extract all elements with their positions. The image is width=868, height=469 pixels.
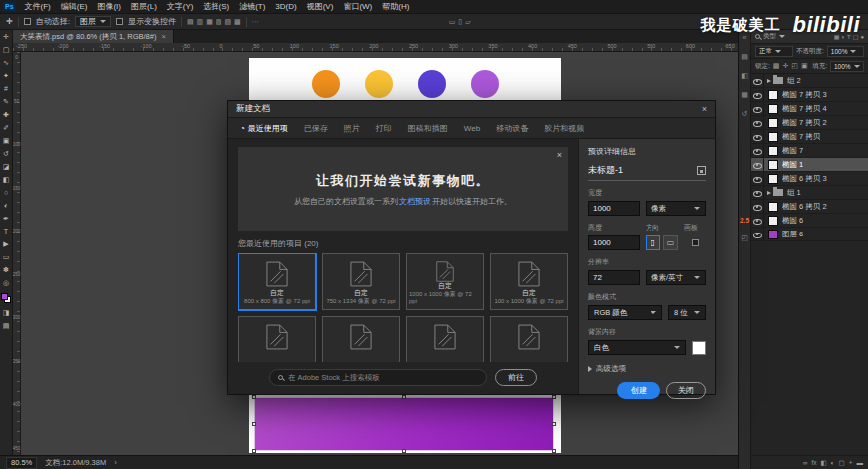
dialog-tab[interactable]: 打印: [368, 118, 400, 138]
dialog-tab[interactable]: 移动设备: [488, 118, 536, 138]
selection-handle[interactable]: [402, 395, 406, 399]
layer-row[interactable]: 椭圆 1: [751, 158, 868, 172]
color-mode-dropdown[interactable]: RGB 颜色: [588, 305, 662, 320]
dialog-tab[interactable]: 已保存: [296, 118, 336, 138]
adobe-stock-searchbox[interactable]: [269, 369, 487, 386]
ellipse-shape[interactable]: [471, 70, 499, 98]
layer-visibility-toggle[interactable]: [751, 116, 764, 129]
align-icon[interactable]: ▩: [234, 17, 241, 27]
panel-strip-icon[interactable]: ↺: [742, 110, 748, 118]
width-input[interactable]: [588, 201, 640, 216]
selected-rectangle-shape[interactable]: [254, 397, 554, 451]
group-disclosure-icon[interactable]: [767, 79, 771, 83]
tool-button[interactable]: ✛: [0, 30, 13, 43]
more-options-icon[interactable]: ⋯: [252, 17, 259, 27]
opacity-dropdown[interactable]: 100%: [827, 46, 864, 57]
selection-handle[interactable]: [552, 449, 556, 453]
layer-row[interactable]: 组 1: [751, 186, 868, 200]
align-icon[interactable]: ▦: [206, 17, 213, 27]
preset-card[interactable]: 自定 750 x 1334 像素 @ 72 ppi: [322, 253, 400, 310]
color-swatches[interactable]: [1, 293, 11, 303]
panel-strip-icon[interactable]: ◧: [741, 72, 748, 80]
tool-button[interactable]: ▭: [0, 250, 13, 263]
layer-visibility-toggle[interactable]: [751, 158, 764, 171]
dialog-tab[interactable]: 照片: [336, 118, 368, 138]
auto-select-checkbox[interactable]: [24, 18, 31, 25]
lock-icon[interactable]: ◰: [791, 61, 798, 71]
align-icon[interactable]: ▧: [216, 17, 222, 27]
show-transform-checkbox[interactable]: [116, 18, 123, 25]
tool-button[interactable]: ✦: [0, 69, 13, 82]
artboard-checkbox[interactable]: [692, 239, 699, 246]
resolution-unit-dropdown[interactable]: 像素/英寸: [646, 270, 706, 285]
vertical-ruler[interactable]: 050100150200250300350400450: [13, 52, 21, 455]
blend-mode-dropdown[interactable]: 正常: [755, 46, 793, 57]
selection-handle[interactable]: [252, 395, 256, 399]
align-icon[interactable]: ▥: [197, 17, 204, 27]
menu-item[interactable]: 图层(L): [126, 0, 162, 13]
landscape-orientation-button[interactable]: ▭: [663, 235, 678, 250]
resolution-input[interactable]: [588, 270, 640, 285]
preset-card[interactable]: 自定 1000 x 1000 像素 @ 72 ppi: [406, 253, 484, 310]
auto-select-dropdown[interactable]: 图层: [75, 16, 111, 27]
dialog-tab[interactable]: Web: [456, 118, 488, 138]
workspace-icon[interactable]: ▱: [465, 17, 470, 27]
layer-visibility-toggle[interactable]: [751, 74, 764, 87]
document-tab[interactable]: 大笑表情.psd @ 80.6% (拷贝 1, RGB/8#) ×: [13, 30, 174, 43]
layer-visibility-toggle[interactable]: [751, 214, 764, 227]
lock-icon[interactable]: ▣: [801, 61, 808, 71]
tool-button[interactable]: ▢: [0, 43, 13, 56]
workspace-icon[interactable]: ▭: [449, 17, 456, 27]
tool-button[interactable]: ○: [0, 186, 13, 199]
height-input[interactable]: [588, 235, 640, 250]
dialog-tab[interactable]: 图稿和插图: [400, 118, 456, 138]
panel-strip-icon[interactable]: «: [743, 34, 747, 42]
tool-button[interactable]: ∿: [0, 56, 13, 69]
menu-item[interactable]: 编辑(E): [56, 0, 93, 13]
dialog-tab[interactable]: ◔ 最近使用项: [232, 118, 296, 138]
horizontal-ruler[interactable]: -250-200-150-100-50050100150200250300350…: [13, 43, 738, 52]
lock-icon[interactable]: ▩: [773, 61, 780, 71]
layer-visibility-toggle[interactable]: [751, 130, 764, 143]
selection-handle[interactable]: [252, 449, 256, 453]
menu-item[interactable]: 窗口(W): [338, 0, 377, 13]
preset-card[interactable]: [238, 316, 316, 362]
layer-visibility-toggle[interactable]: [751, 144, 764, 157]
tool-button[interactable]: ◪: [0, 160, 13, 173]
menu-item[interactable]: 文件(F): [20, 0, 56, 13]
group-disclosure-icon[interactable]: [767, 191, 771, 195]
close-button[interactable]: 关闭: [666, 382, 706, 399]
dialog-close-icon[interactable]: ×: [702, 104, 707, 114]
layer-filter-icon[interactable]: ●: [860, 32, 864, 42]
bit-depth-dropdown[interactable]: 8 位: [668, 305, 706, 320]
layer-row[interactable]: 椭圆 6 拷贝 3: [751, 172, 868, 186]
go-button[interactable]: 前往: [495, 369, 537, 386]
layers-footer-icon[interactable]: ∞: [803, 458, 808, 468]
ellipse-shape[interactable]: [418, 70, 446, 98]
layers-footer-icon[interactable]: fx: [811, 458, 816, 468]
preset-card[interactable]: [490, 316, 568, 362]
fill-dropdown[interactable]: 100%: [830, 61, 864, 72]
background-color-swatch[interactable]: [692, 341, 706, 355]
layer-filter-icon[interactable]: ◐: [841, 32, 845, 42]
preset-card[interactable]: 自定 800 x 800 像素 @ 72 ppi: [238, 253, 316, 310]
tool-button[interactable]: ✎: [0, 95, 13, 108]
tool-button[interactable]: ✚: [0, 108, 13, 121]
document-presets-link[interactable]: 文档预设: [399, 197, 431, 206]
advanced-options-toggle[interactable]: 高级选项: [588, 364, 706, 374]
layer-visibility-toggle[interactable]: [751, 88, 764, 101]
menu-item[interactable]: 图像(I): [92, 0, 126, 13]
layer-row[interactable]: 椭圆 7 拷贝 4: [751, 102, 868, 116]
zoom-level-field[interactable]: 80.5%: [6, 457, 37, 469]
ellipse-shape[interactable]: [365, 70, 393, 98]
save-preset-icon[interactable]: [697, 166, 706, 175]
tool-button[interactable]: ✒: [0, 212, 13, 225]
layers-footer-icon[interactable]: ▬: [857, 458, 864, 468]
menu-item[interactable]: 文字(Y): [162, 0, 199, 13]
tool-button[interactable]: ◧: [0, 173, 13, 186]
menu-item[interactable]: 3D(D): [270, 0, 301, 13]
tool-button[interactable]: #: [0, 82, 13, 95]
layer-visibility-toggle[interactable]: [751, 102, 764, 115]
tool-button[interactable]: ✽: [0, 263, 13, 276]
menu-item[interactable]: 选择(S): [198, 0, 234, 13]
